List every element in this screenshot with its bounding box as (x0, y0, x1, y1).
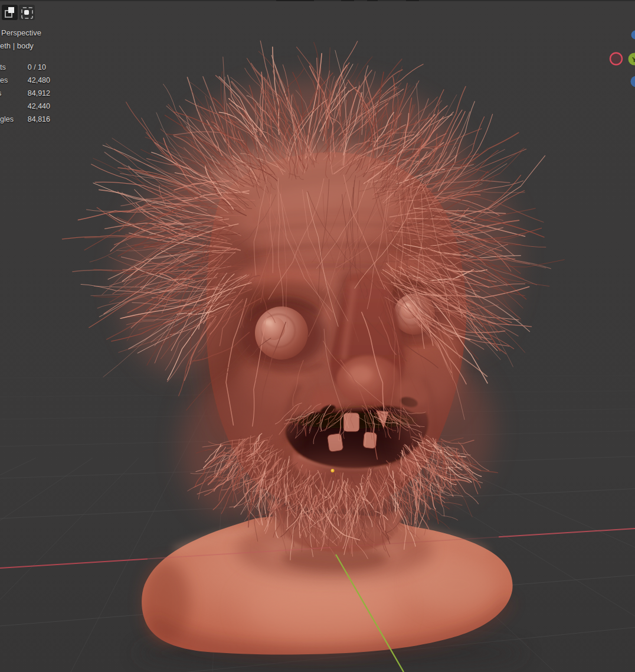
active-object-label: eth | body (0, 41, 34, 50)
square-solid-icon (8, 7, 14, 13)
header-edge-strip (0, 0, 635, 1)
navigation-gizmo[interactable]: Y (600, 26, 635, 91)
square-core-icon (24, 10, 29, 15)
toggle-dashed-square-button[interactable] (19, 5, 35, 20)
header-edge-segment (276, 0, 314, 1)
view-perspective-label: Perspective (1, 28, 41, 37)
header-edge-segment (341, 0, 354, 1)
toggle-overlapping-squares-button[interactable] (2, 5, 18, 20)
stat-value: 0 / 10 (0, 63, 46, 71)
viewport-3d[interactable] (0, 0, 635, 672)
header-edge-segment (367, 0, 378, 1)
header-edge-segment (406, 0, 419, 1)
stat-value: 42,480 (0, 76, 50, 84)
gizmo-axis-z-ball[interactable] (631, 31, 635, 40)
stat-value: 42,440 (0, 102, 50, 110)
stat-value: 84,912 (0, 89, 50, 97)
particle-marker-core (332, 469, 333, 471)
gizmo-axis-z2-ball[interactable] (631, 76, 635, 87)
gizmo-axis-x-negative-ball[interactable] (610, 53, 622, 65)
gizmo-axis-y-label: Y (632, 56, 635, 63)
stat-value: 84,816 (0, 115, 50, 123)
